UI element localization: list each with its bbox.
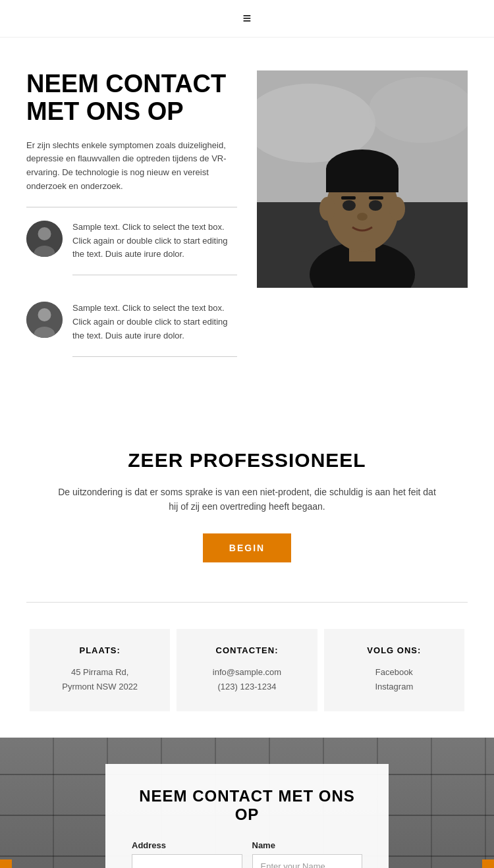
card-contacts-title: CONTACTEN: [190, 645, 304, 655]
svg-point-18 [343, 200, 356, 211]
avatar-2 [26, 302, 63, 338]
address-group: Address [132, 840, 242, 868]
professional-description: De uitzondering is dat er soms sprake is… [53, 485, 441, 514]
form-bg-section: NEEM CONTACT MET ONS OP Address Name Pho… [0, 738, 494, 868]
menu-icon[interactable]: ≡ [243, 10, 252, 27]
card-social-links: Facebook Instagram [337, 665, 451, 694]
person-item-1: Sample text. Click to select the text bo… [26, 221, 237, 288]
person-item-2: Sample text. Click to select the text bo… [26, 302, 237, 369]
orange-accent-right [482, 859, 494, 868]
professional-section: ZEER PROFESSIONEEL De uitzondering is da… [0, 410, 494, 603]
avatar-1 [26, 221, 63, 257]
person-1-text: Sample text. Click to select the text bo… [72, 221, 237, 275]
address-input[interactable] [132, 854, 242, 868]
card-place-title: PLAATS: [43, 645, 157, 655]
card-contacts-info: info@sample.com (123) 123-1234 [190, 665, 304, 694]
svg-point-16 [319, 197, 335, 221]
hero-description: Er zijn slechts enkele symptomen zoals d… [26, 139, 237, 207]
svg-rect-20 [341, 196, 356, 200]
hero-image [257, 70, 468, 288]
contact-cards: PLAATS: 45 Pirrama Rd, Pyrmont NSW 2022 … [0, 603, 494, 737]
header: ≡ [0, 0, 494, 38]
name-label: Name [252, 840, 363, 850]
svg-rect-21 [369, 196, 383, 200]
card-social-title: VOLG ONS: [337, 645, 451, 655]
hero-image-container [257, 70, 468, 288]
svg-rect-15 [326, 169, 398, 192]
contact-card-social: VOLG ONS: Facebook Instagram [324, 629, 464, 711]
professional-title: ZEER PROFESSIONEEL [53, 449, 441, 472]
form-row-1: Address Name [132, 840, 362, 868]
contact-card-contacts: CONTACTEN: info@sample.com (123) 123-123… [177, 629, 317, 711]
form-title: NEEM CONTACT MET ONS OP [132, 787, 362, 824]
contact-card-place: PLAATS: 45 Pirrama Rd, Pyrmont NSW 2022 [30, 629, 170, 711]
name-group: Name [252, 840, 363, 868]
svg-point-4 [38, 308, 51, 321]
person-2-text: Sample text. Click to select the text bo… [72, 302, 237, 356]
orange-accent-left [0, 859, 12, 868]
name-input[interactable] [252, 854, 363, 868]
svg-point-19 [369, 200, 382, 211]
hero-left: NEEM CONTACT MET ONS OP Er zijn slechts … [26, 70, 237, 383]
svg-point-1 [38, 227, 51, 240]
hero-section: NEEM CONTACT MET ONS OP Er zijn slechts … [0, 38, 494, 410]
begin-button[interactable]: BEGIN [203, 533, 291, 562]
address-label: Address [132, 840, 242, 850]
contact-form-container: NEEM CONTACT MET ONS OP Address Name Pho… [105, 764, 389, 868]
hero-title: NEEM CONTACT MET ONS OP [26, 70, 237, 126]
svg-point-22 [357, 213, 368, 221]
svg-point-17 [389, 197, 405, 221]
card-place-line1: 45 Pirrama Rd, Pyrmont NSW 2022 [43, 665, 157, 694]
